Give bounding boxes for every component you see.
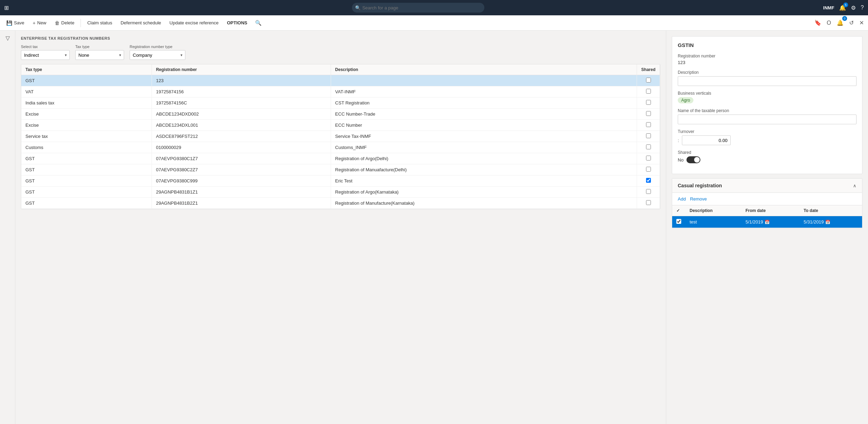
table-row[interactable]: GST29AGNPB4831B2Z1Registration of Manufa…	[21, 198, 660, 209]
cell-shared[interactable]	[637, 131, 660, 142]
cell-tax-type: Service tax	[21, 131, 152, 142]
shared-checkbox[interactable]	[646, 100, 651, 105]
search-input[interactable]	[352, 3, 484, 13]
shared-checkbox[interactable]	[646, 133, 651, 138]
cell-tax-type: GST	[21, 187, 152, 198]
casual-actions: Add Remove	[672, 193, 862, 205]
taxable-person-input[interactable]	[678, 115, 857, 124]
shared-checkbox[interactable]	[646, 122, 651, 127]
shared-checkbox[interactable]	[646, 144, 651, 149]
page-title: ENTERPRISE TAX REGISTRATION NUMBERS	[21, 36, 660, 40]
claim-status-button[interactable]: Claim status	[84, 19, 116, 27]
cell-shared[interactable]	[637, 75, 660, 86]
cell-tax-type: VAT	[21, 86, 152, 97]
description-field: Description	[678, 70, 857, 86]
cell-tax-type: Excise	[21, 109, 152, 120]
table-row[interactable]: VAT19725874156VAT-INMF	[21, 86, 660, 97]
cell-shared[interactable]	[637, 198, 660, 209]
table-row[interactable]: Customs0100000029Customs_INMF	[21, 142, 660, 153]
reg-number-type-dropdown[interactable]: Company	[130, 50, 185, 60]
cell-shared[interactable]	[637, 109, 660, 120]
cell-shared[interactable]	[637, 142, 660, 153]
office-icon[interactable]: O	[825, 18, 832, 28]
refresh-icon[interactable]: ↺	[848, 18, 855, 28]
toolbar-search-icon[interactable]: 🔍	[255, 20, 262, 26]
cell-shared[interactable]	[637, 164, 660, 175]
table-row[interactable]: Service taxASDCE8796FST212Service Tax-IN…	[21, 131, 660, 142]
taxable-person-label: Name of the taxable person	[678, 108, 857, 113]
cell-description: ECC Number	[331, 120, 637, 131]
tax-type-dropdown[interactable]: None	[75, 50, 124, 60]
cell-tax-type: India sales tax	[21, 97, 152, 109]
cell-tax-type: Excise	[21, 120, 152, 131]
shared-checkbox[interactable]	[646, 89, 651, 94]
shared-checkbox[interactable]	[646, 156, 651, 160]
cell-tax-type: GST	[21, 175, 152, 187]
table-row[interactable]: GST07AEVPG9380C1Z7Registration of Argo(D…	[21, 153, 660, 164]
add-button[interactable]: Add	[678, 196, 686, 202]
table-row[interactable]: ExciseABCDE1234DXL001ECC Number	[21, 120, 660, 131]
shared-checkbox[interactable]	[646, 167, 651, 172]
shared-checkbox[interactable]	[646, 189, 651, 194]
cell-reg-number: 19725874156C	[152, 97, 331, 109]
table-row[interactable]: GST07AEVPG9380C999Eric Test	[21, 175, 660, 187]
cell-shared[interactable]	[637, 153, 660, 164]
col-check: ✓	[672, 205, 685, 216]
reg-number-type-label: Registration number type	[130, 45, 185, 49]
casual-description-cell: test	[685, 216, 741, 228]
to-date-calendar-icon[interactable]: 📅	[825, 220, 830, 225]
shared-toggle[interactable]	[686, 156, 700, 163]
apps-grid-icon[interactable]: ⊞	[4, 5, 9, 11]
cell-shared[interactable]	[637, 120, 660, 131]
casual-check-cell[interactable]	[672, 216, 685, 228]
cell-shared[interactable]	[637, 175, 660, 187]
table-row[interactable]: ExciseABCDE1234DXD002ECC Number-Trade	[21, 109, 660, 120]
shared-checkbox[interactable]	[646, 200, 651, 205]
search-bar-container: 🔍	[13, 3, 823, 13]
collapse-icon[interactable]: ∧	[853, 183, 857, 188]
shared-checkbox[interactable]	[646, 111, 651, 116]
casual-registration-title: Casual registration	[678, 183, 722, 188]
turnover-row: :	[678, 135, 857, 145]
casual-row-checkbox[interactable]	[676, 219, 681, 224]
table-row[interactable]: GST123	[21, 75, 660, 86]
col-shared: Shared	[637, 64, 660, 75]
close-icon[interactable]: ✕	[858, 18, 865, 28]
from-date-calendar-icon[interactable]: 📅	[765, 220, 770, 225]
filter-row: Select tax Indirect Tax type None Regist…	[21, 45, 660, 60]
casual-table-row[interactable]: test5/1/2019📅5/31/2019📅	[672, 216, 862, 228]
cell-reg-number: 07AEVPG9380C999	[152, 175, 331, 187]
select-tax-label: Select tax	[21, 45, 70, 49]
toggle-knob	[694, 157, 700, 163]
delete-button[interactable]: 🗑 Delete	[51, 19, 78, 27]
settings-icon[interactable]: ⚙	[851, 5, 856, 11]
bookmark-icon[interactable]: 🔖	[813, 18, 823, 28]
help-icon[interactable]: ?	[861, 5, 864, 11]
cell-shared[interactable]	[637, 97, 660, 109]
new-button[interactable]: + New	[29, 19, 50, 27]
cell-description: Registration of Manuafacture(Delhi)	[331, 164, 637, 175]
cell-tax-type: GST	[21, 198, 152, 209]
select-tax-group: Select tax Indirect	[21, 45, 70, 60]
table-row[interactable]: India sales tax19725874156CCST Registrat…	[21, 97, 660, 109]
description-input[interactable]	[678, 76, 857, 86]
turnover-input[interactable]	[682, 135, 731, 145]
filter-icon[interactable]: ▽	[6, 35, 10, 41]
cell-shared[interactable]	[637, 86, 660, 97]
table-row[interactable]: GST29AGNPB4831B1Z1Registration of Argo(K…	[21, 187, 660, 198]
table-row[interactable]: GST07AEVPG9380C2Z7Registration of Manuaf…	[21, 164, 660, 175]
deferment-schedule-button[interactable]: Deferment schedule	[117, 19, 164, 27]
remove-button[interactable]: Remove	[690, 196, 707, 202]
cell-shared[interactable]	[637, 187, 660, 198]
cell-description	[331, 75, 637, 86]
select-tax-dropdown[interactable]: Indirect	[21, 50, 70, 60]
notification-icon[interactable]: 🔔 5	[839, 5, 846, 11]
shared-checkbox[interactable]	[646, 178, 651, 183]
notification-toolbar-icon[interactable]: 🔔 0	[835, 18, 845, 28]
save-button[interactable]: 💾 Save	[3, 19, 28, 27]
update-excise-button[interactable]: Update excise reference	[166, 19, 222, 27]
shared-checkbox[interactable]	[646, 78, 651, 83]
options-button[interactable]: OPTIONS	[223, 19, 251, 27]
casual-table: ✓ Description From date To date test5/1/…	[672, 205, 862, 228]
col-to-date: To date	[799, 205, 862, 216]
